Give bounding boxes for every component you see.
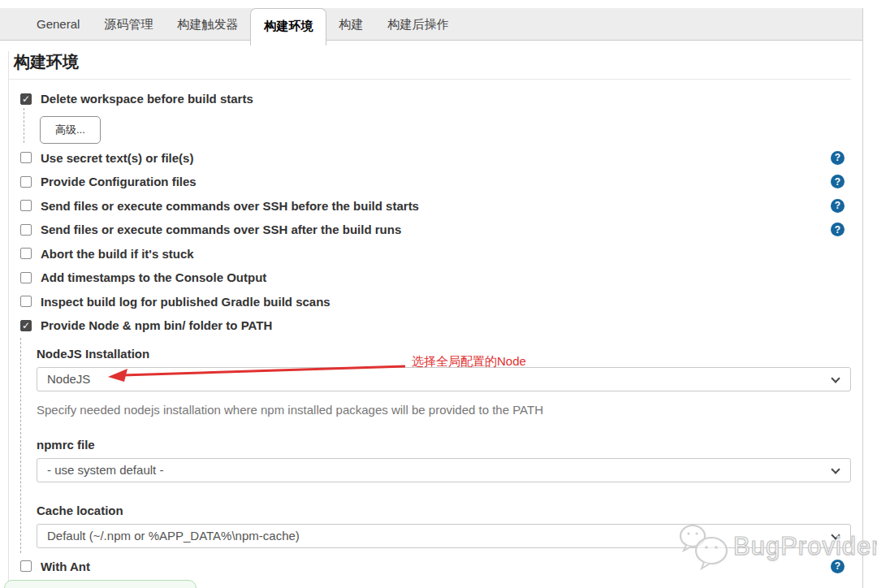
nodejs-config-group: NodeJS Installation NodeJS 选择全局配置的Node	[20, 338, 851, 553]
node-npm-path-checkbox[interactable]	[20, 320, 32, 331]
secret-text-checkbox[interactable]	[20, 152, 32, 163]
option-row-with-ant: With Ant ?	[9, 555, 851, 579]
tab-post-build-actions[interactable]: 构建后操作	[375, 8, 460, 41]
abort-stuck-checkbox[interactable]	[20, 248, 32, 259]
build-environment-section: 构建环境 Delete workspace before build start…	[8, 51, 862, 588]
option-label[interactable]: Add timestamps to the Console Output	[41, 270, 266, 284]
option-label[interactable]: Provide Node & npm bin/ folder to PATH	[41, 318, 272, 332]
option-row-config-files: Provide Configuration files ?	[9, 170, 851, 194]
tab-build-triggers[interactable]: 构建触发器	[165, 8, 250, 41]
help-icon[interactable]: ?	[831, 223, 845, 236]
tab-build[interactable]: 构建	[326, 8, 375, 41]
option-row-abort-stuck: Abort the build if it's stuck	[9, 242, 851, 266]
option-label[interactable]: Abort the build if it's stuck	[41, 247, 194, 261]
option-row-timestamps: Add timestamps to the Console Output	[9, 266, 851, 290]
help-icon[interactable]: ?	[831, 560, 845, 573]
cache-location-value: Default (~/.npm or %APP_DATA%\npm-cache)	[47, 529, 300, 543]
cache-location-select[interactable]: Default (~/.npm or %APP_DATA%\npm-cache)	[37, 524, 851, 548]
delete-workspace-checkbox[interactable]	[20, 93, 32, 105]
option-row-ssh-after: Send files or execute commands over SSH …	[9, 218, 851, 242]
chevron-down-icon	[831, 530, 840, 539]
help-icon[interactable]: ?	[831, 175, 845, 188]
cache-location-label: Cache location	[37, 504, 851, 517]
chevron-down-icon	[831, 465, 840, 473]
option-row-secret-text: Use secret text(s) or file(s) ?	[9, 146, 851, 171]
advanced-button[interactable]: 高级...	[40, 116, 101, 144]
option-row-node-npm-path: Provide Node & npm bin/ folder to PATH	[9, 313, 851, 338]
option-label[interactable]: Send files or execute commands over SSH …	[41, 199, 419, 213]
page-title: 构建环境	[14, 51, 851, 73]
tab-build-environment[interactable]: 构建环境	[250, 8, 326, 45]
nodejs-installation-label: NodeJS Installation	[37, 347, 851, 361]
npmrc-file-value: - use system default -	[47, 463, 163, 477]
config-window: General 源码管理 构建触发器 构建环境 构建 构建后操作 构建环境 De…	[0, 8, 863, 588]
option-label[interactable]: Inspect build log for published Gradle b…	[41, 295, 330, 309]
nodejs-installation-select[interactable]: NodeJS	[37, 367, 851, 391]
option-row-delete-workspace: Delete workspace before build starts	[9, 87, 851, 111]
option-label[interactable]: With Ant	[41, 560, 90, 573]
npmrc-file-label: npmrc file	[37, 438, 851, 452]
title-divider	[9, 79, 851, 80]
npmrc-file-select[interactable]: - use system default -	[37, 458, 851, 482]
advanced-block: 高级...	[40, 111, 851, 146]
option-label[interactable]: Delete workspace before build starts	[41, 92, 253, 106]
option-label[interactable]: Use secret text(s) or file(s)	[41, 151, 193, 165]
gradle-scans-checkbox[interactable]	[20, 296, 32, 307]
chevron-down-icon	[831, 374, 840, 383]
ssh-after-checkbox[interactable]	[20, 224, 32, 236]
ssh-before-checkbox[interactable]	[20, 200, 32, 211]
option-label[interactable]: Provide Configuration files	[41, 175, 197, 188]
option-row-gradle-scans: Inspect build log for published Gradle b…	[9, 290, 851, 314]
config-files-checkbox[interactable]	[20, 176, 32, 188]
nodejs-installation-value: NodeJS	[47, 372, 90, 386]
option-row-ssh-before: Send files or execute commands over SSH …	[9, 194, 851, 218]
timestamps-checkbox[interactable]	[20, 272, 32, 283]
help-icon[interactable]: ?	[831, 199, 845, 213]
tab-source-code-management[interactable]: 源码管理	[92, 8, 165, 41]
nodejs-description: Specify needed nodejs installation where…	[37, 403, 851, 417]
toast-notification	[4, 580, 197, 588]
tab-general[interactable]: General	[24, 8, 92, 41]
help-icon[interactable]: ?	[831, 151, 845, 165]
tab-bar: General 源码管理 构建触发器 构建环境 构建 构建后操作	[0, 8, 862, 41]
option-label[interactable]: Send files or execute commands over SSH …	[41, 223, 401, 236]
with-ant-checkbox[interactable]	[20, 560, 32, 572]
